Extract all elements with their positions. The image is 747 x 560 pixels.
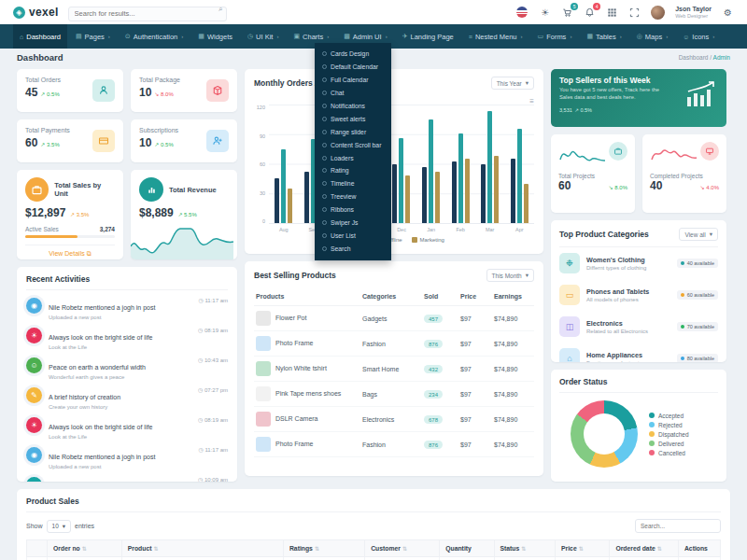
dropdown-item-chat[interactable]: Chat [315,87,391,100]
bar-marketing [435,172,440,223]
stat-card-total-orders: Total Orders 45↗ 0.5% [17,69,123,112]
category: Fashion [360,331,422,357]
sold-badge: 876 [424,340,443,348]
search-input[interactable] [68,7,227,21]
dropdown-item-notifications[interactable]: Notifications [315,100,391,113]
nav-item-nested-menu[interactable]: ≡Nested Menu› [462,24,529,49]
dropdown-item-treeview[interactable]: Treeview [315,190,391,203]
dropdown-item-sweet-alerts[interactable]: Sweet alerts [315,112,391,125]
order-no: #1537890 [48,557,122,560]
cart-icon[interactable]: 5 [561,7,573,19]
theme-sun-icon[interactable]: ☀ [539,7,551,19]
availability-badge: 60 available [677,290,718,300]
authentication-icon: ⊙ [125,33,131,40]
activity-time: ◷ 08:19 am [198,416,228,440]
entries-select[interactable]: 10▾ [47,520,72,533]
dropdown-item-search[interactable]: Search [315,242,391,255]
activity-time: ◷ 07:27 pm [198,386,228,410]
dropdown-item-content-scroll-bar[interactable]: Content Scroll bar [315,138,391,151]
category-item[interactable]: ❉ Women's ClothingDiffernt types of clot… [559,247,718,279]
category-item[interactable]: ⌂ Home AppliancesFurnitures,gadgets etc.… [559,343,718,362]
dropdown-item-timeline[interactable]: Timeline [315,177,391,190]
best-selling-row: Flower Pot Gadgets457 $97$74,890 [254,306,534,331]
nav-item-forms[interactable]: ▭Forms› [531,24,579,49]
activity-icon: ◍ [26,477,42,482]
nav-item-ui-kit[interactable]: ◷UI Kit› [241,24,285,49]
fullscreen-icon[interactable] [628,7,641,19]
settings-gear-icon[interactable]: ⚙ [722,7,734,19]
apps-grid-icon[interactable] [606,7,618,19]
view-details-link[interactable]: View Details ⧉ [25,245,115,258]
nav-item-landing-page[interactable]: ✈Landing Page [396,24,460,49]
app-logo[interactable]: ◈ vexel [13,6,59,19]
best-selling-card: Best Selling Products This Month▾ Produc… [245,261,543,476]
best-selling-row: Nylon White tshirt Smart Home432 $97$74,… [254,357,534,382]
activity-item: ◍ The science of superstitions.Volume is… [26,469,228,482]
dropdown-item-rating[interactable]: Rating [315,164,391,177]
user-avatar[interactable] [651,6,665,20]
nav-item-widgets[interactable]: ▦Widgets [191,24,239,49]
nav-item-dashboard[interactable]: ⌂Dashboard [13,24,67,49]
total-sales-by-unit-card: Total Sales by Unit $12,897 ↗ 3.5% Activ… [17,170,123,259]
forms-icon: ▭ [538,33,544,40]
dashboard-icon: ⌂ [20,34,23,40]
total-projects-card: Total Projects 60↘ 8.0% [551,134,635,213]
activity-icon: ☀ [26,328,42,343]
sort-icon: ⇅ [657,546,662,552]
price: $97 [458,382,492,407]
nav-item-authentication[interactable]: ⊙Authentication› [119,24,190,49]
notifications-bell-icon[interactable]: 4 [584,7,596,19]
chevron-right-icon: › [570,34,571,39]
activity-time: ◷ 10:09 am [198,476,228,482]
legend-item: Accepted [649,413,689,419]
best-selling-row: DSLR Camera Electronics678 $97$74,890 [254,407,534,432]
nav-item-pages[interactable]: ▤Pages› [69,24,117,49]
chart-period-select[interactable]: This Year▾ [491,77,534,90]
product-name: Photo Frame [275,340,313,346]
breadcrumb-root[interactable]: Dashboard [679,54,709,61]
user-info[interactable]: Json Taylor Web Designer [675,6,712,19]
legend-item: Marketing [412,237,444,243]
category-item[interactable]: ▭ Phones and TabletsAll models of phones… [559,279,718,311]
x-axis-labels: AugSepOctNovDecJanFebMarApr [269,224,534,232]
y-axis-ticks: 1209060300 [254,105,269,224]
activity-time: ◷ 11:17 am [199,446,228,469]
order-status-title: Order Status [559,377,718,393]
language-flag-icon[interactable] [516,7,529,19]
chart-menu-icon[interactable]: ≡ [529,97,534,105]
dropdown-item-ribbons[interactable]: Ribbons [315,203,391,217]
price: $97 [458,432,492,457]
total-package-value: 10 [139,86,151,99]
activity-item: ✎ A brief history of creationCreate your… [26,380,228,410]
dropdown-item-loaders[interactable]: Loaders [315,151,391,164]
availability-badge: 80 available [677,354,718,362]
nav-item-tables[interactable]: ▦Tables› [580,24,627,49]
best-selling-period-select[interactable]: This Month▾ [486,269,534,282]
top-header: ◈ vexel ⌕ ☀ 5 4 Json Taylor Web Designer… [0,0,747,24]
nav-item-icons[interactable]: ☺Icons› [676,24,721,49]
dropdown-item-full-calendar[interactable]: Full Calendar [315,74,391,87]
category-icon: ❉ [559,253,580,273]
sold-badge: 432 [424,365,443,373]
dropdown-item-user-list[interactable]: User List [315,229,391,242]
dropdown-item-swiper-js[interactable]: Swiper Js [315,217,391,230]
dropdown-item-cards-design[interactable]: Cards Design [315,48,391,61]
activity-icon: ✎ [26,387,42,403]
stat-card-total-payments: Total Payments 60↗ 3.5% [17,119,123,162]
earnings: $74,890 [492,306,534,331]
bar-marketing [405,175,410,223]
category-item[interactable]: ◫ ElectronicsRelated to all Electronics … [559,311,718,343]
order-status-legend: AcceptedRejectedDispatchedDeliveredCance… [649,410,689,459]
categories-view-all-select[interactable]: View all▾ [679,228,718,241]
pages-icon: ▤ [76,33,82,40]
table-search-input[interactable] [635,519,721,533]
dropdown-item-range-slider[interactable]: Range slider [315,125,391,138]
active-sales-value: 3,274 [100,226,115,232]
monthly-orders-plot [269,105,534,224]
top-sellers-value: 3,531 [559,107,572,113]
category: Electronics [360,407,422,432]
category-icon: ⌂ [559,348,580,362]
dropdown-item-default-calendar[interactable]: Default Calendar [315,61,391,74]
nav-item-maps[interactable]: ◎Maps› [630,24,674,49]
completed-projects-card: Completed Projects 40↘ 4.0% [642,134,726,213]
